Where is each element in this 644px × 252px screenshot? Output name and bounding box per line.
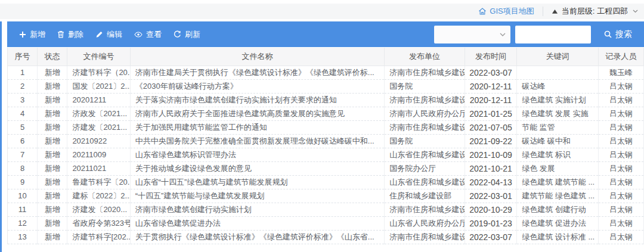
table-row[interactable]: 3 新增 20201211 关于落实济南市绿色建筑创建行动实施计划有关要求的通知… — [8, 93, 644, 107]
view-button-label: 查看 — [146, 29, 162, 40]
search-input[interactable] — [515, 26, 591, 43]
cell-seq: 11 — [8, 203, 38, 216]
pencil-icon — [95, 30, 103, 38]
left-accent-strip — [0, 21, 2, 252]
table-row[interactable]: 9 新增 鲁建节科字〔20... 山东省“十四五”绿色建筑与建筑节能发展规划 山… — [8, 175, 644, 189]
table-row[interactable]: 4 新增 济政发〔2021... 济南市人民政府关于全面推进绿色建筑高质量发展的… — [8, 107, 644, 120]
table-row[interactable]: 6 新增 20210922 中共中央国务院关于完整准确全面贯彻新发展理念做好碳达… — [8, 134, 644, 148]
cell-keywords: 绿色建筑 创建行动 — [517, 203, 599, 216]
cell-title: 山东省绿色建筑标识管理办法 — [130, 148, 385, 161]
cell-publisher: 山东省住房和城乡建设厅 — [385, 175, 465, 189]
col-header-doc-no: 文件编号 — [67, 48, 130, 66]
col-header-seq: 序号 — [8, 48, 38, 66]
search-icon — [604, 30, 612, 38]
cell-title: “十四五”建筑节能与绿色建筑发展规划 — [130, 189, 385, 203]
cell-title: 关于落实济南市绿色建筑创建行动实施计划有关要求的通知 — [130, 93, 385, 107]
table-body: 1 新增 济建节科字（20... 济南市住建局关于贯彻执行《绿色建筑设计标准》《… — [8, 66, 644, 244]
search-button-label: 搜索 — [615, 29, 632, 40]
edit-button[interactable]: 编辑 — [95, 29, 122, 40]
cell-keywords: 绿色建筑 发展 实施 — [517, 107, 599, 120]
cell-doc-no: 国发〔2021〕2... — [67, 79, 130, 93]
level-triangle-icon — [552, 8, 558, 15]
cell-seq: 8 — [8, 161, 38, 175]
cell-recorder: 吕太钢 — [598, 189, 643, 203]
cell-seq: 7 — [8, 148, 38, 161]
cell-seq: 2 — [8, 79, 38, 93]
table-row[interactable]: 8 新增 20211021 关于推动城乡建设绿色发展的意见 国务院办公厅 202… — [8, 161, 644, 175]
cell-doc-no: 济建发〔2021... — [67, 120, 130, 134]
refresh-icon — [174, 30, 181, 38]
table-row[interactable]: 13 新增 济建节科字[202... 关于贯彻执行《绿色建筑设计标准》《绿色建筑… — [8, 230, 644, 244]
cell-recorder: 吕太钢 — [598, 216, 643, 230]
cell-recorder: 吕太钢 — [598, 203, 643, 216]
cell-keywords: 节能 监管 — [517, 120, 599, 134]
filter-select[interactable] — [434, 26, 510, 43]
cell-status: 新增 — [38, 203, 67, 216]
cell-recorder: 吕太钢 — [598, 230, 643, 244]
table-row[interactable]: 11 新增 济建发〔2020... 济南市绿色建筑创建行动实施计划 济南市住房和… — [8, 203, 644, 216]
cell-keywords: 绿色建筑 促进办法 — [517, 216, 599, 230]
table-row[interactable]: 5 新增 济建发〔2021... 关于加强民用建筑节能监管工作的通知 济南市住房… — [8, 120, 644, 134]
add-button-label: 新增 — [30, 29, 45, 40]
cell-doc-no: 济建节科字[202... — [67, 230, 130, 244]
cell-doc-no: 20210922 — [67, 134, 130, 148]
current-level-label: 当前层级: 工程四部 — [562, 6, 628, 17]
col-header-title: 文件名称 — [130, 48, 385, 66]
cell-date: 2020-10-29 — [465, 203, 516, 216]
table-row[interactable]: 1 新增 济建节科字（20... 济南市住建局关于贯彻执行《绿色建筑设计标准》《… — [8, 66, 644, 79]
cell-date: 2021-07-05 — [465, 120, 516, 134]
cell-title: 中共中央国务院关于完整准确全面贯彻新发展理念做好碳达峰碳中和... — [130, 134, 385, 148]
cell-keywords: 碳达峰 — [517, 79, 599, 93]
col-header-publisher: 发布单位 — [385, 48, 465, 66]
chevron-down-icon — [633, 10, 638, 13]
delete-button[interactable]: 删除 — [57, 29, 83, 40]
cell-doc-no: 建标〔2022〕2... — [67, 189, 130, 203]
view-button[interactable]: 查看 — [134, 29, 162, 40]
home-icon — [478, 7, 487, 15]
cell-status: 新增 — [38, 93, 67, 107]
cell-seq: 10 — [8, 189, 38, 203]
cell-title: 关于加强民用建筑节能监管工作的通知 — [130, 120, 385, 134]
gis-map-link-label: GIS项目地图 — [490, 6, 534, 17]
cell-recorder: 吕太钢 — [598, 148, 643, 161]
cell-publisher: 济南市住房和城乡建设局 — [385, 230, 465, 244]
cell-date: 2022-04-13 — [465, 175, 516, 189]
table-row[interactable]: 12 新增 省政府令第323号 山东省绿色建筑促进办法 山东省人民政府办公厅 2… — [8, 216, 644, 230]
cell-keywords: 绿色 发展 — [517, 161, 599, 175]
current-level-dropdown[interactable]: 当前层级: 工程四部 — [552, 6, 638, 17]
cell-seq: 13 — [8, 230, 38, 244]
cell-keywords: 绿色建筑 建筑节能 ... — [517, 175, 599, 189]
cell-doc-no: 鲁建节科字〔20... — [67, 175, 130, 189]
cell-keywords: 碳达峰 碳中和 — [517, 134, 599, 148]
cell-recorder: 吕太钢 — [598, 175, 643, 189]
cell-recorder: 吕太钢 — [598, 79, 643, 93]
cell-publisher: 山东省住房和城乡建设厅 — [385, 148, 465, 161]
cell-publisher: 济南市住房和城乡建设局 — [385, 203, 465, 216]
cell-status: 新增 — [38, 134, 67, 148]
toolbar: 新增 删除 编辑 查看 — [7, 21, 644, 47]
toolbar-search-area: 搜索 — [434, 26, 638, 43]
add-button[interactable]: 新增 — [19, 29, 45, 40]
cell-keywords: 建筑节能 绿色建筑 ... — [517, 189, 599, 203]
cell-title: 山东省“十四五”绿色建筑与建筑节能发展规划 — [130, 175, 385, 189]
table-header-row: 序号 状态 文件编号 文件名称 发布单位 发布时间 关键词 记录人员 — [8, 48, 644, 66]
cell-seq: 5 — [8, 120, 38, 134]
search-button[interactable]: 搜索 — [600, 29, 636, 41]
cell-publisher: 国务院 — [385, 79, 465, 93]
cell-title: 济南市住建局关于贯彻执行《绿色建筑设计标准》《绿色建筑评价标... — [130, 66, 385, 79]
table-row[interactable]: 2 新增 国发〔2021〕2... 《2030年前碳达峰行动方案》 国务院 20… — [8, 79, 644, 93]
cell-doc-no: 省政府令第323号 — [67, 216, 130, 230]
table-row[interactable]: 7 新增 20211009 山东省绿色建筑标识管理办法 山东省住房和城乡建设厅 … — [8, 148, 644, 161]
gis-map-link[interactable]: GIS项目地图 — [478, 6, 534, 17]
cell-publisher: 济南市住房和城乡建设局 — [385, 120, 465, 134]
cell-date: 2022-03-01 — [465, 189, 516, 203]
cell-recorder: 魏玉峰 — [598, 66, 643, 79]
table-row[interactable]: 10 新增 建标〔2022〕2... “十四五”建筑节能与绿色建筑发展规划 住房… — [8, 189, 644, 203]
cell-date: 2021-01-25 — [465, 107, 516, 120]
cell-status: 新增 — [38, 175, 67, 189]
topbar-divider — [543, 7, 543, 16]
edit-button-label: 编辑 — [107, 29, 122, 40]
refresh-button[interactable]: 刷新 — [174, 29, 200, 40]
cell-date: 2021-10-21 — [465, 161, 516, 175]
col-header-recorder: 记录人员 — [598, 48, 643, 66]
